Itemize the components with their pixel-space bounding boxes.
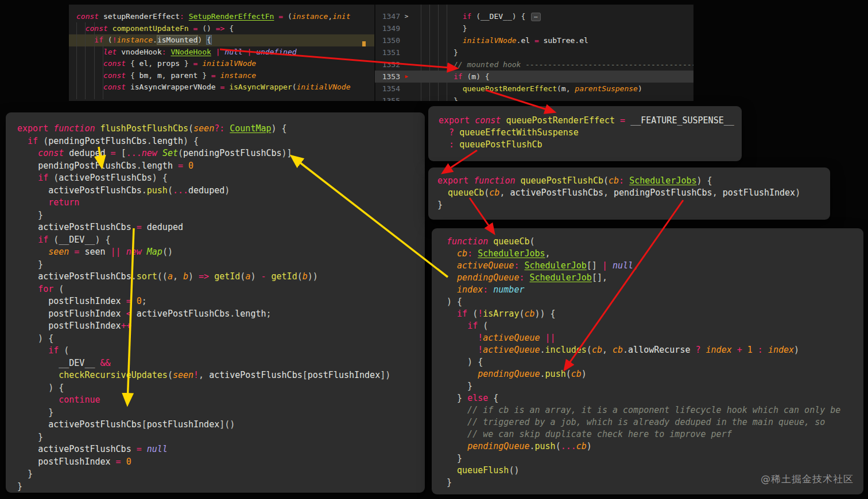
code-line: activePostFlushCbs.sort((a, b) => getId(… — [17, 271, 425, 283]
code-line: } — [447, 453, 863, 465]
editor-code-row: 1353▶if (m) { — [375, 71, 693, 83]
code-line: checkRecursiveUpdates(seen!, activePostF… — [17, 369, 425, 382]
code-line: const componentUpdateFn = () => { — [76, 23, 350, 35]
code-line: if ( — [447, 320, 863, 332]
code-line: // triggered by a job, which is already … — [447, 416, 863, 428]
code-line: cb: SchedulerJobs, — [447, 248, 863, 260]
editor-code-row: 1351} — [375, 46, 693, 59]
code-line: export const queuePostRenderEffect = __F… — [439, 115, 742, 127]
code-line[interactable]: if (m) { — [454, 71, 490, 83]
code-line[interactable]: initialVNode.el = subTree.el — [454, 34, 588, 46]
code-line: pendingQueue.push(...cb) — [447, 440, 863, 453]
code-line: return — [17, 197, 425, 209]
code-line: const isAsyncWrapperVNode = isAsyncWrapp… — [76, 81, 350, 93]
glyph-margin — [400, 59, 413, 71]
vscode-editor: const setupRenderEffect: SetupRenderEffe… — [69, 5, 693, 101]
code-line: pendingQueue.push(cb) — [447, 368, 863, 380]
code-line: activePostFlushCbs = deduped — [17, 221, 425, 234]
code-panel-queuePostRenderEffect: export const queuePostRenderEffect = __F… — [428, 106, 742, 161]
code-line: postFlushIndex++ — [17, 320, 425, 333]
code-line: !activeQueue.includes(cb, cb.allowRecurs… — [447, 344, 863, 356]
editor-code-row: 1354 queuePostRenderEffect(m, parentSusp… — [375, 83, 693, 95]
line-number[interactable]: 1351 — [375, 46, 400, 59]
code-line: ) { — [17, 382, 425, 395]
line-number[interactable]: 1355 — [375, 95, 400, 101]
code-line: : queuePostFlushCb — [439, 139, 742, 151]
code-line[interactable]: // mounted hook ------------------------… — [454, 59, 693, 71]
line-number[interactable]: 1353 — [375, 71, 400, 83]
code-line: const setupRenderEffect: SetupRenderEffe… — [76, 11, 350, 23]
watermark: @稀土掘金技术社区 — [761, 473, 854, 486]
code-line: pendingPostFlushCbs.length = 0 — [17, 160, 425, 173]
code-line: activeQueue: SchedulerJob[] | null, — [447, 260, 863, 272]
code-line: continue — [17, 394, 425, 407]
code-line[interactable]: queuePostRenderEffect(m, parentSuspense) — [454, 83, 642, 95]
code-line: } — [17, 431, 425, 444]
code-line: } else { — [447, 392, 863, 404]
code-line: } — [437, 199, 830, 211]
code-block: function queueCb( cb: SchedulerJobs, act… — [432, 228, 863, 489]
code-line: queueCb(cb, activePostFlushCbs, pendingP… — [437, 187, 830, 199]
code-line: export function queuePostFlushCb(cb: Sch… — [437, 175, 830, 187]
code-line: if (activePostFlushCbs) { — [17, 172, 425, 185]
editor-code-row: 1347> if (__DEV__) { ⋯ — [375, 10, 693, 22]
code-panel-queueCb: function queueCb( cb: SchedulerJobs, act… — [432, 228, 863, 494]
code-line[interactable]: if (__DEV__) { ⋯ — [454, 10, 541, 22]
code-line: let vnodeHook: VNodeHook | null | undefi… — [76, 46, 350, 59]
code-line: if (!isArray(cb)) { — [447, 308, 863, 320]
code-panel-queuePostFlushCb: export function queuePostFlushCb(cb: Sch… — [428, 167, 830, 220]
code-line: if ( — [17, 345, 425, 357]
code-line: function queueCb( — [447, 236, 863, 248]
code-line: activePostFlushCbs = null — [17, 443, 425, 456]
code-block: export function queuePostFlushCb(cb: Sch… — [428, 167, 830, 211]
editor-code-row: 1349 } — [375, 22, 693, 34]
code-line: const { el, props } = initialVNode — [76, 58, 350, 70]
line-number[interactable]: 1350 — [375, 34, 400, 46]
code-line: postFlushIndex = 0; — [17, 295, 425, 308]
overview-ruler-mark — [362, 41, 366, 46]
code-line: ? queueEffectWithSuspense — [439, 127, 742, 139]
code-line: postFlushIndex < activePostFlushCbs.leng… — [17, 308, 425, 321]
code-line[interactable]: } — [454, 22, 467, 34]
editor-code-row: 1355} — [375, 95, 693, 101]
code-line[interactable]: } — [454, 95, 458, 101]
glyph-margin — [400, 46, 413, 59]
fold-chevron-icon[interactable]: > — [400, 10, 413, 22]
code-block: export const queuePostRenderEffect = __F… — [428, 106, 742, 151]
code-line: ) { — [447, 356, 863, 368]
code-line: for ( — [17, 283, 425, 296]
line-number[interactable]: 1349 — [375, 22, 400, 34]
code-panel-flushPostFlushCbs: export function flushPostFlushCbs(seen?:… — [6, 112, 425, 493]
editor-code-row: 1350 initialVNode.el = subTree.el — [375, 34, 693, 46]
code-line: } — [17, 407, 425, 419]
code-line: // if cb is an array, it is a component … — [447, 404, 863, 416]
code-line[interactable]: } — [454, 46, 458, 59]
code-line: if (__DEV__) { — [17, 234, 425, 247]
glyph-margin — [400, 22, 413, 34]
code-line: const { bm, m, parent } = instance — [76, 70, 350, 82]
code-line: postFlushIndex = 0 — [17, 456, 425, 469]
code-line: const deduped = [...new Set(pendingPostF… — [17, 147, 425, 160]
line-number[interactable]: 1354 — [375, 83, 400, 95]
code-line: activePostFlushCbs[postFlushIndex]() — [17, 419, 425, 431]
code-line: seen = seen || new Map() — [17, 246, 425, 259]
code-line: } — [17, 209, 425, 222]
editor-pane-right[interactable]: 1347> if (__DEV__) { ⋯1349 }1350 initial… — [375, 10, 693, 101]
code-line: } — [17, 468, 425, 481]
code-line: index: number — [447, 284, 863, 296]
line-number[interactable]: 1347 — [375, 10, 400, 22]
editor-pane-left[interactable]: const setupRenderEffect: SetupRenderEffe… — [76, 11, 350, 93]
code-line: ) { — [447, 296, 863, 308]
glyph-margin — [400, 95, 413, 101]
code-line: activePostFlushCbs.push(...deduped) — [17, 185, 425, 197]
code-line: // we can skip duplicate check here to i… — [447, 428, 863, 440]
code-line: if (!instance.isMounted) { — [76, 34, 350, 46]
code-line: } — [447, 380, 863, 392]
code-line: pendingQueue: SchedulerJob[], — [447, 272, 863, 284]
glyph-margin — [400, 34, 413, 46]
line-number[interactable]: 1352 — [375, 59, 400, 71]
current-line-marker-icon: ▶ — [400, 71, 413, 83]
code-block: export function flushPostFlushCbs(seen?:… — [6, 112, 425, 493]
code-line: !activeQueue || — [447, 332, 863, 344]
code-line: } — [17, 259, 425, 271]
